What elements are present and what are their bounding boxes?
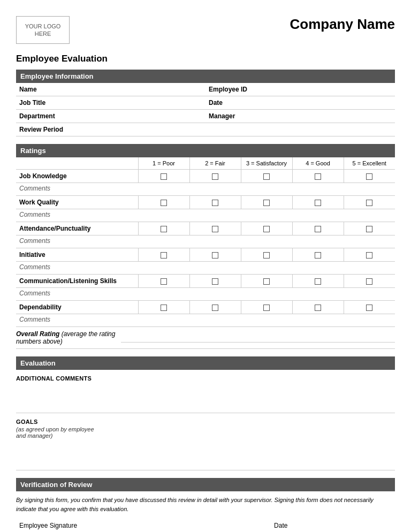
rating-checkbox-cell[interactable]: [344, 248, 395, 262]
rating-checkbox-cell[interactable]: [241, 196, 292, 209]
rating-checkbox-cell[interactable]: [241, 275, 292, 288]
rating-checkbox-cell[interactable]: [344, 170, 395, 183]
comments-row: Comments: [16, 288, 395, 301]
rating-checkbox-cell[interactable]: [292, 222, 344, 235]
rating-checkbox-cell[interactable]: [292, 196, 344, 209]
rating-checkbox-cell[interactable]: [241, 248, 292, 262]
checkbox[interactable]: [315, 200, 321, 206]
overall-rating-row: Overall Rating (average the rating numbe…: [16, 327, 395, 349]
checkbox[interactable]: [161, 173, 167, 180]
employee-sig-date-label: Date: [271, 519, 297, 532]
rating-checkbox-cell[interactable]: [189, 222, 241, 235]
rating-checkbox-cell[interactable]: [292, 301, 344, 314]
logo-text: YOUR LOGO HERE: [17, 22, 69, 38]
checkbox[interactable]: [212, 278, 218, 285]
checkbox[interactable]: [263, 305, 270, 311]
category-name: Communication/Listening Skills: [16, 275, 138, 288]
rating-checkbox-cell[interactable]: [189, 196, 241, 209]
ratings-category-row: Dependability: [16, 301, 395, 314]
checkbox[interactable]: [161, 226, 167, 232]
checkbox[interactable]: [366, 305, 372, 311]
checkbox[interactable]: [366, 226, 372, 232]
category-name: Job Knowledge: [16, 170, 138, 183]
employee-info-table: Name Employee ID Job Title Date Departme…: [16, 83, 395, 136]
checkbox[interactable]: [161, 200, 167, 206]
checkbox[interactable]: [263, 252, 270, 259]
overall-rating-value[interactable]: [121, 333, 395, 343]
comments-label[interactable]: Comments: [16, 209, 395, 222]
rating-checkbox-cell[interactable]: [344, 275, 395, 288]
rating-checkbox-cell[interactable]: [189, 275, 241, 288]
rating-checkbox-cell[interactable]: [138, 275, 189, 288]
rating-checkbox-cell[interactable]: [241, 170, 292, 183]
checkbox[interactable]: [161, 252, 167, 259]
job-title-value[interactable]: [70, 96, 206, 110]
rating-checkbox-cell[interactable]: [344, 196, 395, 209]
checkbox[interactable]: [366, 200, 372, 206]
rating-checkbox-cell[interactable]: [241, 301, 292, 314]
header: YOUR LOGO HERE Company Name: [16, 16, 395, 44]
department-value[interactable]: [70, 110, 206, 123]
comments-label[interactable]: Comments: [16, 288, 395, 301]
employee-id-value[interactable]: [260, 83, 395, 96]
checkbox[interactable]: [315, 305, 321, 311]
rating-checkbox-cell[interactable]: [344, 222, 395, 235]
rating-checkbox-cell[interactable]: [344, 301, 395, 314]
name-value[interactable]: [70, 83, 206, 96]
checkbox[interactable]: [263, 278, 270, 285]
checkbox[interactable]: [212, 200, 218, 206]
ratings-header-row: 1 = Poor 2 = Fair 3 = Satisfactory 4 = G…: [16, 157, 395, 170]
rating-checkbox-cell[interactable]: [138, 170, 189, 183]
checkbox[interactable]: [161, 305, 167, 311]
checkbox[interactable]: [161, 278, 167, 285]
comments-label[interactable]: Comments: [16, 314, 395, 327]
goals-sublabel: (as agreed upon by employeeand manager): [16, 426, 395, 439]
rating-checkbox-cell[interactable]: [138, 248, 189, 262]
overall-rating-label: Overall Rating (average the rating numbe…: [16, 330, 118, 345]
rating-checkbox-cell[interactable]: [241, 222, 292, 235]
employee-sig-date-value[interactable]: [297, 519, 395, 532]
comments-row: Comments: [16, 183, 395, 196]
rating-checkbox-cell[interactable]: [292, 275, 344, 288]
rating-checkbox-cell[interactable]: [189, 248, 241, 262]
comments-label[interactable]: Comments: [16, 183, 395, 196]
ratings-category-row: Communication/Listening Skills: [16, 275, 395, 288]
goals-field[interactable]: [16, 441, 395, 470]
checkbox[interactable]: [263, 200, 270, 206]
rating-checkbox-cell[interactable]: [189, 170, 241, 183]
rating-checkbox-cell[interactable]: [138, 222, 189, 235]
rating-checkbox-cell[interactable]: [138, 301, 189, 314]
date-label: Date: [206, 96, 260, 110]
comments-label[interactable]: Comments: [16, 262, 395, 275]
comments-row: Comments: [16, 235, 395, 248]
signature-table: Employee Signature Date Manager Signatur…: [16, 519, 395, 532]
checkbox[interactable]: [315, 173, 321, 180]
rating-4-header: 4 = Good: [292, 157, 344, 170]
date-value[interactable]: [260, 96, 395, 110]
checkbox[interactable]: [366, 278, 372, 285]
checkbox[interactable]: [315, 278, 321, 285]
checkbox[interactable]: [212, 173, 218, 180]
checkbox[interactable]: [315, 226, 321, 232]
comments-label[interactable]: Comments: [16, 235, 395, 248]
checkbox[interactable]: [212, 305, 218, 311]
checkbox[interactable]: [263, 173, 270, 180]
checkbox[interactable]: [315, 252, 321, 259]
employee-sig-value[interactable]: [108, 519, 271, 532]
checkbox[interactable]: [366, 252, 372, 259]
additional-comments-field[interactable]: [16, 384, 395, 413]
table-row: Job Title Date: [16, 96, 395, 110]
goals-label: GOALS: [16, 419, 395, 425]
manager-value[interactable]: [260, 110, 395, 123]
checkbox[interactable]: [212, 226, 218, 232]
manager-label: Manager: [206, 110, 260, 123]
table-row: Review Period: [16, 123, 395, 136]
rating-checkbox-cell[interactable]: [292, 170, 344, 183]
rating-checkbox-cell[interactable]: [138, 196, 189, 209]
checkbox[interactable]: [263, 226, 270, 232]
checkbox[interactable]: [366, 173, 372, 180]
checkbox[interactable]: [212, 252, 218, 259]
rating-checkbox-cell[interactable]: [189, 301, 241, 314]
rating-checkbox-cell[interactable]: [292, 248, 344, 262]
review-period-value[interactable]: [70, 123, 395, 136]
